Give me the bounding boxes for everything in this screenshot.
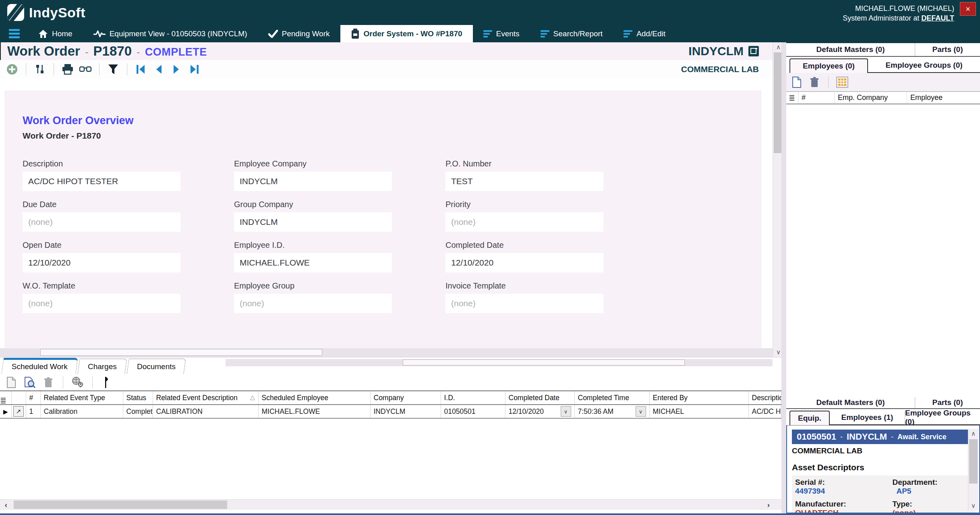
asset-label: Serial #:: [795, 478, 892, 487]
new-item-button[interactable]: [5, 376, 18, 389]
col-status[interactable]: Status: [123, 391, 153, 405]
tab-parts-bottom[interactable]: Parts (0): [915, 397, 980, 408]
default-site-link[interactable]: DEFAULT: [921, 14, 954, 22]
nav-home[interactable]: Home: [28, 25, 83, 42]
invoice-template-field[interactable]: (none): [445, 294, 603, 313]
tab-parts[interactable]: Parts (0): [915, 43, 980, 56]
nav-events[interactable]: Events: [473, 25, 530, 42]
title-separator-1: -: [85, 46, 89, 58]
employee-id-field[interactable]: MICHAEL.FLOWE: [234, 253, 392, 272]
tab-charges[interactable]: Charges: [77, 359, 127, 374]
new-employee-button[interactable]: [790, 76, 803, 89]
view-item-button[interactable]: [23, 376, 36, 389]
main-horizontal-scrollbar[interactable]: [0, 348, 773, 357]
date-dropdown-button[interactable]: ∨: [561, 406, 571, 417]
row-selector-header[interactable]: [0, 391, 11, 405]
table-row[interactable]: ▶ ↗ 1 Calibration Complete CALIBRATION M…: [0, 405, 781, 418]
col-num[interactable]: #: [798, 92, 835, 104]
col-completed-time[interactable]: Completed Time: [574, 391, 649, 405]
field-label: P.O. Number: [445, 159, 603, 168]
field-label: Employee Group: [234, 281, 392, 291]
col-scheduled-employee[interactable]: Scheduled Employee: [258, 391, 370, 405]
delete-employee-button[interactable]: [808, 76, 821, 89]
nav-order-system[interactable]: Order System - WO #P1870: [340, 25, 473, 42]
employee-group-field[interactable]: (none): [234, 294, 392, 313]
tab-scheduled-work[interactable]: Scheduled Work: [1, 358, 78, 374]
employee-company-field[interactable]: INDYCLM: [234, 172, 392, 191]
delete-item-button[interactable]: [42, 376, 55, 389]
tab-label: Charges: [88, 362, 117, 371]
col-entered-by[interactable]: Entered By: [649, 391, 748, 405]
bottom-panel-scroll-track[interactable]: [226, 359, 773, 366]
description-field[interactable]: AC/DC HIPOT TESTER: [23, 172, 180, 191]
menu-button[interactable]: [0, 25, 28, 42]
col-emp-company[interactable]: Emp. Company: [835, 92, 907, 104]
employee-search-button[interactable]: [71, 376, 84, 389]
scroll-down-arrow[interactable]: ∨: [968, 501, 978, 511]
nav-search-report[interactable]: Search/Report: [530, 25, 613, 42]
open-record-button[interactable]: ↗: [13, 406, 24, 417]
print-button[interactable]: [61, 63, 74, 76]
last-record-button[interactable]: [188, 63, 201, 76]
cell-description: AC/DC HIPO: [748, 405, 781, 418]
col-num[interactable]: #: [26, 391, 40, 405]
col-related-event-description[interactable]: Related Event Description△: [153, 391, 258, 405]
company-window-icon[interactable]: [748, 46, 759, 56]
work-order-fields: Description AC/DC HIPOT TESTER Employee …: [23, 159, 761, 313]
priority-field[interactable]: (none): [445, 212, 603, 232]
due-date-field[interactable]: (none): [23, 212, 180, 232]
grid-view-button[interactable]: [836, 76, 849, 89]
cell-scheduled-employee: MICHAEL.FLOWE: [258, 405, 370, 418]
panel-divider[interactable]: [781, 42, 786, 513]
field-group-company: Group Company INDYCLM: [234, 200, 392, 232]
tab-employee-groups[interactable]: Employee Groups (0): [868, 58, 980, 73]
tab-employee-groups-bottom[interactable]: Employee Groups (0): [905, 411, 980, 425]
time-dropdown-button[interactable]: ∨: [636, 406, 646, 417]
col-description[interactable]: Description: [748, 391, 781, 405]
tab-documents[interactable]: Documents: [126, 359, 186, 374]
chevron-down-icon: ∨: [639, 409, 643, 415]
scrollbar-thumb[interactable]: [14, 500, 227, 509]
col-company[interactable]: Company: [370, 391, 441, 405]
tab-equip[interactable]: Equip.: [789, 411, 830, 425]
row-selector-header[interactable]: [786, 92, 798, 104]
tab-default-masters[interactable]: Default Masters (0): [786, 43, 915, 56]
scrollbar-thumb[interactable]: [40, 349, 322, 356]
preview-glasses-button[interactable]: [79, 63, 92, 76]
add-record-button[interactable]: [6, 63, 19, 76]
equipment-vertical-scrollbar[interactable]: ∧ ∨: [968, 429, 978, 511]
first-record-button[interactable]: [135, 63, 147, 76]
cell-id: 01050501: [441, 405, 505, 418]
po-number-field[interactable]: TEST: [445, 172, 603, 191]
run-event-flag-button[interactable]: [101, 376, 114, 389]
tab-employees[interactable]: Employees (0): [789, 58, 868, 73]
next-record-button[interactable]: [170, 63, 183, 76]
col-id[interactable]: I.D.: [441, 391, 505, 405]
nav-equipment-view[interactable]: Equipment View - 01050503 (INDYCLM): [83, 25, 258, 42]
scrollbar-thumb[interactable]: [969, 439, 978, 484]
wo-template-field[interactable]: (none): [23, 294, 180, 313]
scrollbar-thumb[interactable]: [403, 359, 685, 365]
open-date-field[interactable]: 12/10/2020: [23, 253, 180, 272]
col-completed-date[interactable]: Completed Date: [505, 391, 574, 405]
settings-sliders-button[interactable]: [33, 63, 46, 76]
scroll-right-arrow[interactable]: ›: [763, 500, 774, 510]
work-order-jar-icon: [351, 29, 360, 39]
scheduled-work-toolbar: [0, 374, 781, 390]
scroll-left-arrow[interactable]: ‹: [1, 500, 11, 510]
nav-pending-work[interactable]: Pending Work: [258, 25, 340, 42]
scroll-up-arrow[interactable]: ∧: [968, 429, 978, 438]
nav-add-edit[interactable]: Add/Edit: [613, 25, 676, 42]
close-button[interactable]: ×: [960, 2, 976, 16]
bottom-horizontal-scrollbar[interactable]: ‹ ›: [0, 499, 781, 510]
tab-default-masters-bottom[interactable]: Default Masters (0): [786, 397, 915, 408]
tab-employees-1[interactable]: Employees (1): [830, 411, 905, 425]
col-employee[interactable]: Employee: [907, 92, 980, 104]
group-company-field[interactable]: INDYCLM: [234, 212, 392, 232]
equipment-banner[interactable]: 01050501 - INDYCLM - Await. Service: [792, 430, 975, 444]
previous-record-button[interactable]: [152, 63, 165, 76]
filter-button[interactable]: [107, 63, 120, 76]
completed-date-field[interactable]: 12/10/2020: [445, 253, 603, 272]
col-related-event-type[interactable]: Related Event Type: [40, 391, 123, 405]
work-order-main: Work Order - P1870 - COMPLETE INDYCLM: [0, 42, 781, 357]
